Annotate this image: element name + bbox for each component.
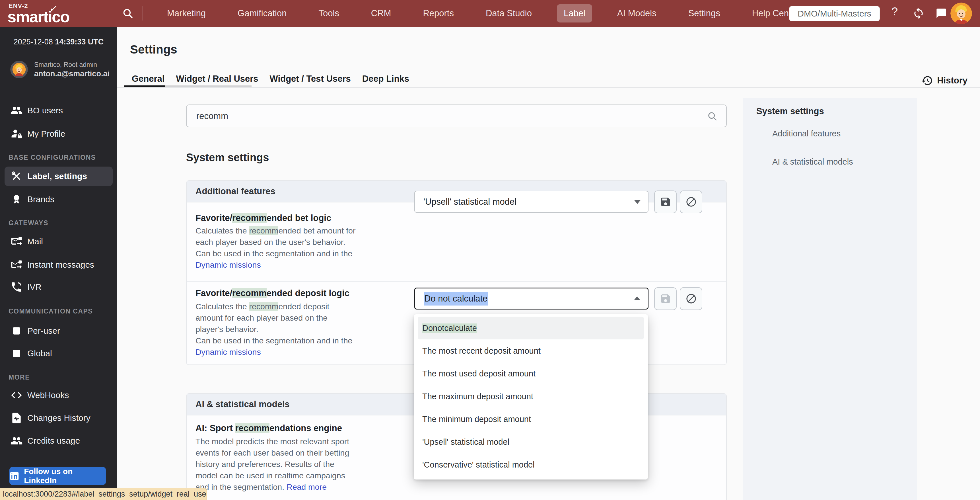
setting-description: Calculates the recommended bet amount fo… [196, 225, 389, 270]
nav-ai-models[interactable]: AI Models [610, 4, 663, 22]
deposit-logic-select[interactable]: Do not calculate [414, 288, 649, 310]
sidebar-item-per-user[interactable]: Per-user [0, 323, 117, 339]
user-name: Smartico, Root admin [34, 61, 110, 69]
main-content: Settings General Widget / Real Users Wid… [117, 27, 980, 500]
menu-option-maximum-deposit[interactable]: The maximum deposit amount [414, 385, 648, 408]
sidebar-item-webhooks[interactable]: WebHooks [0, 387, 117, 403]
chat-icon[interactable] [935, 8, 947, 19]
settings-search [186, 104, 727, 127]
search-icon[interactable] [122, 7, 134, 19]
mail-forward-icon [10, 235, 23, 248]
sidebar-item-global[interactable]: Global [0, 345, 117, 361]
menu-option-do-not-calculate[interactable]: Do not calculate [418, 316, 644, 339]
nav-gamification[interactable]: Gamification [231, 4, 293, 22]
setting-description: Calculates the recommended depositamount… [196, 301, 389, 358]
disable-button[interactable] [680, 287, 702, 310]
user-avatar[interactable] [950, 3, 972, 24]
nav-reports[interactable]: Reports [416, 4, 461, 22]
setting-title: Favorite/recommended deposit logic [196, 288, 350, 299]
page-title: Settings [130, 43, 177, 56]
save-button-disabled[interactable] [654, 287, 677, 310]
setting-title: Favorite/recommended bet logic [196, 213, 331, 223]
sidebar-item-changes-history[interactable]: Changes History [0, 410, 117, 426]
sidebar-section-base-configurations: BASE CONFIGURATIONS [8, 154, 96, 161]
caret-down-icon [634, 200, 641, 204]
inline-link[interactable]: Dynamic missions [196, 347, 261, 356]
nav-tools[interactable]: Tools [312, 4, 346, 22]
square-icon [10, 324, 23, 337]
toc-link-additional-features[interactable]: Additional features [772, 129, 840, 138]
person-lock-icon [10, 128, 23, 140]
sync-icon[interactable] [912, 7, 925, 20]
nav-marketing[interactable]: Marketing [160, 4, 213, 22]
users-icon [10, 104, 23, 117]
nav-label[interactable]: Label [557, 4, 592, 22]
user-email: anton.a@smartico.ai [34, 69, 110, 78]
save-icon [660, 196, 671, 208]
tab-widget-real-users[interactable]: Widget / Real Users [175, 72, 259, 85]
menu-option-most-recent-deposit[interactable]: The most recent deposit amount [414, 339, 648, 362]
topbar-divider [143, 6, 143, 21]
code-icon [10, 389, 23, 401]
inline-link[interactable]: Read more [286, 482, 327, 492]
sidebar-section-gateways: GATEWAYS [8, 219, 48, 227]
account-selector-button[interactable]: DMO/Multi-Masters [789, 6, 880, 21]
inline-link[interactable]: Dynamic missions [196, 260, 261, 269]
setting-description: The model predicts the most relevant spo… [196, 436, 400, 493]
search-input[interactable] [196, 105, 698, 127]
search-icon[interactable] [707, 111, 718, 121]
section-heading: System settings [186, 152, 269, 164]
menu-option-conservative-model[interactable]: 'Conservative' statistical model [414, 453, 648, 476]
tab-widget-test-users[interactable]: Widget / Test Users [269, 72, 352, 85]
sidebar-item-my-profile[interactable]: My Profile [0, 126, 117, 142]
linkedin-button[interactable]: Follow us on LinkedIn [10, 467, 106, 485]
tools-icon [10, 170, 23, 182]
sidebar-section-more: MORE [8, 374, 30, 381]
sidebar-item-instant-messages[interactable]: Instant messages [0, 257, 117, 273]
sidebar-item-label-settings[interactable]: Label, settings [5, 166, 113, 186]
tab-bar: General Widget / Real Users Widget / Tes… [131, 72, 410, 85]
top-navigation-bar: ENV-2 smartico ✓ Marketing Gamification … [0, 0, 980, 27]
history-icon [921, 75, 933, 86]
sidebar-item-brands[interactable]: Brands [0, 191, 117, 207]
nav-crm[interactable]: CRM [364, 4, 398, 22]
tabs-divider [117, 87, 980, 88]
bet-logic-select[interactable]: 'Upsell' statistical model [414, 191, 649, 213]
block-icon [686, 196, 697, 208]
smartico-logo[interactable]: smartico ✓ [7, 7, 69, 26]
nav-settings[interactable]: Settings [681, 4, 727, 22]
tab-deep-links[interactable]: Deep Links [362, 72, 410, 85]
sidebar-item-credits-usage[interactable]: Credits usage [0, 433, 117, 449]
caret-up-icon [634, 296, 640, 300]
sidebar-item-ivr[interactable]: IVR [0, 279, 117, 295]
sidebar-avatar [10, 61, 28, 78]
sidebar-item-mail[interactable]: Mail [0, 233, 117, 249]
main-menu: Marketing Gamification Tools CRM Reports… [160, 0, 806, 27]
disable-button[interactable] [680, 190, 702, 213]
left-sidebar: 2025-12-08 14:39:33 UTC Smartico, Root a… [0, 27, 117, 500]
menu-option-minimum-deposit[interactable]: The minimum deposit amount [414, 408, 648, 431]
menu-option-upsell-model[interactable]: 'Upsell' statistical model [414, 431, 648, 453]
logo-check-icon: ✓ [49, 2, 58, 14]
row-divider [187, 281, 726, 282]
save-button[interactable] [654, 190, 677, 213]
block-icon [686, 293, 697, 304]
deposit-logic-dropdown-menu: Do not calculate The most recent deposit… [414, 314, 648, 479]
status-url-tooltip: localhost:3000/2283#/label_settings_setu… [0, 488, 207, 500]
nav-data-studio[interactable]: Data Studio [479, 4, 539, 22]
badge-icon [10, 193, 23, 206]
square-icon [10, 347, 23, 359]
mail-forward-icon [10, 259, 23, 271]
setting-title: AI: Sport recommendations engine [196, 423, 342, 433]
file-history-icon [10, 412, 23, 424]
history-button[interactable]: History [921, 75, 967, 86]
app-window: ENV-2 smartico ✓ Marketing Gamification … [0, 0, 980, 500]
current-user: Smartico, Root admin anton.a@smartico.ai [10, 61, 110, 78]
table-of-contents-panel: System settings Additional features AI &… [743, 98, 917, 500]
help-icon[interactable]: ? [888, 5, 901, 18]
toc-title: System settings [756, 106, 824, 117]
tab-general[interactable]: General [131, 72, 165, 85]
sidebar-item-bo-users[interactable]: BO users [0, 102, 117, 118]
toc-link-ai-statistical-models[interactable]: AI & statistical models [772, 157, 853, 166]
menu-option-most-used-deposit[interactable]: The most used deposit amount [414, 362, 648, 385]
